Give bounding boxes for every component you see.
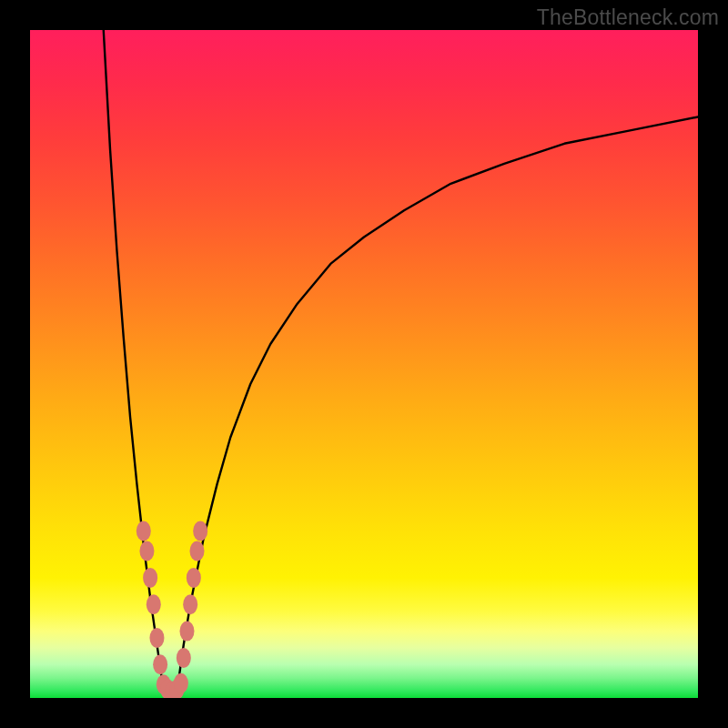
curves-layer [30,30,698,698]
marker-dot [190,541,205,561]
watermark-text: TheBottleneck.com [537,5,719,30]
marker-dot [147,594,161,614]
marker-dot [136,521,151,541]
marker-dot [149,628,164,648]
marker-dot [193,521,207,541]
curve-right-branch [177,116,698,691]
marker-dot [174,673,188,693]
marker-dot [153,654,167,674]
chart-frame: TheBottleneck.com [0,0,728,728]
marker-dot [177,648,191,668]
series-group [104,30,698,692]
marker-dot [183,594,197,614]
marker-group [136,521,207,699]
plot-area [30,30,698,698]
marker-dot [143,568,157,588]
marker-dot [139,541,154,561]
curve-left-branch [104,30,164,692]
marker-dot [187,568,201,588]
marker-dot [179,622,194,642]
